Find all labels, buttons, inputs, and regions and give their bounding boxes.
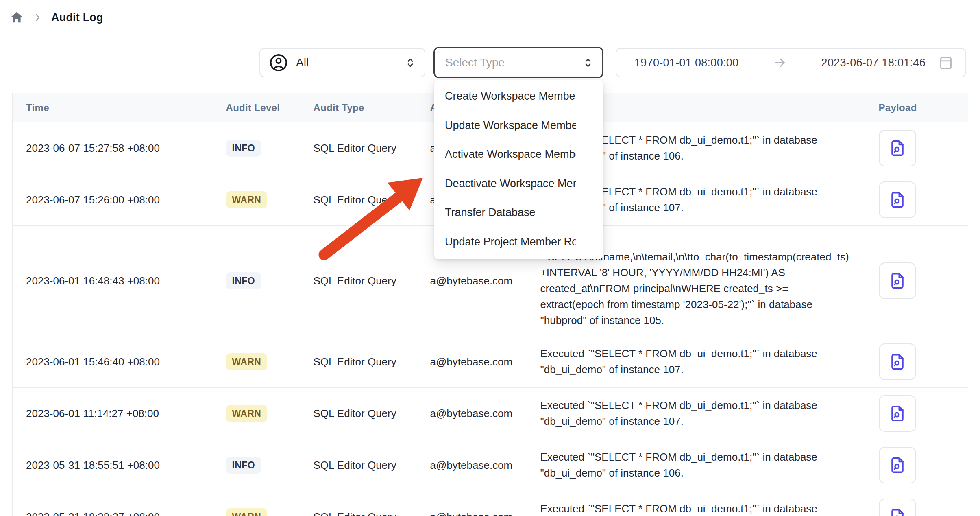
view-payload-button[interactable] xyxy=(879,499,916,516)
audit-level-badge: WARN xyxy=(226,191,268,208)
cell-payload xyxy=(854,336,968,388)
user-circle-icon xyxy=(269,53,288,72)
chevron-up-down-icon xyxy=(404,56,416,70)
dropdown-option-label: Create Workspace Member xyxy=(445,90,576,103)
date-range-end[interactable]: 2023-06-07 18:01:46 xyxy=(821,57,926,69)
actor-filter-value: All xyxy=(296,56,396,69)
cell-audit-type: SQL Editor Query xyxy=(314,174,430,226)
view-payload-button[interactable] xyxy=(879,343,916,380)
view-payload-button[interactable] xyxy=(879,181,916,218)
cell-audit-level: INFO xyxy=(225,439,314,491)
cell-audit-level: WARN xyxy=(225,388,314,439)
cell-audit-type: SQL Editor Query xyxy=(314,439,430,491)
payload-file-search-icon xyxy=(888,507,907,516)
view-payload-button[interactable] xyxy=(879,262,916,299)
dropdown-option[interactable]: Deactivate Workspace Member xyxy=(434,169,603,199)
dropdown-option[interactable]: Transfer Database xyxy=(434,198,603,227)
cell-payload xyxy=(854,174,968,226)
view-payload-button[interactable] xyxy=(879,395,916,432)
page-title: Audit Log xyxy=(51,11,103,24)
actor-filter-select[interactable]: All xyxy=(259,48,425,77)
dropdown-option[interactable]: Activate Workspace Member xyxy=(434,140,603,169)
cell-payload xyxy=(854,226,968,336)
cell-actor: a@bytebase.com xyxy=(430,388,540,439)
audit-level-badge: INFO xyxy=(226,457,261,474)
cell-audit-type: SQL Editor Query xyxy=(314,388,430,439)
date-range-start[interactable]: 1970-01-01 08:00:00 xyxy=(634,57,738,69)
calendar-icon xyxy=(938,55,954,71)
audit-level-badge: INFO xyxy=(226,140,261,157)
cell-time: 2023-06-01 16:48:43 +08:00 xyxy=(13,226,225,336)
table-row: 2023-06-01 15:46:40 +08:00WARNSQL Editor… xyxy=(13,336,968,388)
col-header-audit-level: Audit Level xyxy=(225,93,314,122)
cell-audit-type: SQL Editor Query xyxy=(314,122,430,174)
dropdown-option-label: Deactivate Workspace Member xyxy=(445,177,576,190)
audit-type-dropdown-menu: Create Workspace MemberUpdate Workspace … xyxy=(434,80,603,259)
dropdown-option-label: Update Workspace Member xyxy=(445,119,576,132)
audit-level-badge: WARN xyxy=(226,405,268,422)
cell-audit-level: INFO xyxy=(225,122,314,174)
col-header-audit-type: Audit Type xyxy=(314,93,430,122)
table-row: 2023-06-01 11:14:27 +08:00WARNSQL Editor… xyxy=(13,388,968,439)
dropdown-option-label: Activate Workspace Member xyxy=(445,148,576,161)
audit-level-badge: WARN xyxy=(226,508,268,516)
cell-audit-level: WARN xyxy=(225,491,314,516)
view-payload-button[interactable] xyxy=(879,447,916,483)
dropdown-option[interactable]: Create Workspace Member xyxy=(434,82,603,111)
date-range-picker[interactable]: 1970-01-01 08:00:00 2023-06-07 18:01:46 xyxy=(616,48,966,77)
breadcrumb-chevron-icon xyxy=(33,13,42,22)
payload-file-search-icon xyxy=(888,190,907,209)
cell-payload xyxy=(854,122,968,174)
cell-actor: a@bytebase.com xyxy=(430,439,540,491)
cell-actor: a@bytebase.com xyxy=(430,491,540,516)
cell-audit-type: SQL Editor Query xyxy=(314,491,430,516)
cell-audit-level: INFO xyxy=(225,226,314,336)
type-select-placeholder: Select Type xyxy=(445,56,582,69)
table-row: 2023-05-31 18:38:37 +08:00WARNSQL Editor… xyxy=(13,491,968,516)
dropdown-option[interactable]: Update Project Member Role xyxy=(434,227,603,257)
payload-file-search-icon xyxy=(888,271,907,290)
view-payload-button[interactable] xyxy=(879,130,916,166)
cell-time: 2023-06-07 15:26:00 +08:00 xyxy=(13,174,225,226)
payload-file-search-icon xyxy=(888,404,907,423)
breadcrumb: Audit Log xyxy=(10,11,103,24)
home-icon[interactable] xyxy=(10,11,24,24)
col-header-time: Time xyxy=(13,93,225,122)
payload-file-search-icon xyxy=(888,139,907,157)
payload-file-search-icon xyxy=(888,456,907,474)
table-row: 2023-05-31 18:55:51 +08:00INFOSQL Editor… xyxy=(13,439,968,491)
cell-payload xyxy=(854,491,968,516)
cell-time: 2023-06-07 15:27:58 +08:00 xyxy=(13,122,225,174)
audit-log-page: Audit Log All Select Type 1970-01-01 08:… xyxy=(0,0,980,516)
audit-type-filter-select[interactable]: Select Type xyxy=(433,47,603,78)
cell-comment: Executed `"SELECT * FROM db_ui_demo.t1;"… xyxy=(540,336,854,388)
cell-audit-level: WARN xyxy=(225,336,314,388)
payload-file-search-icon xyxy=(888,352,907,371)
audit-level-badge: WARN xyxy=(226,353,268,370)
dropdown-option[interactable]: Update Workspace Member xyxy=(434,111,603,140)
cell-time: 2023-06-01 11:14:27 +08:00 xyxy=(13,388,225,439)
cell-comment: Executed `"SELECT * FROM db_ui_demo.t1;"… xyxy=(540,491,854,516)
cell-payload xyxy=(854,439,968,491)
audit-level-badge: INFO xyxy=(226,272,261,289)
col-header-payload: Payload xyxy=(854,93,968,122)
cell-time: 2023-05-31 18:38:37 +08:00 xyxy=(13,491,225,516)
cell-audit-type: SQL Editor Query xyxy=(314,336,430,388)
cell-audit-type: SQL Editor Query xyxy=(314,226,430,336)
dropdown-option-label: Transfer Database xyxy=(445,206,576,219)
cell-comment: Executed `"SELECT * FROM db_ui_demo.t1;"… xyxy=(540,388,854,439)
cell-audit-level: WARN xyxy=(225,174,314,226)
arrow-right-icon xyxy=(772,55,788,70)
dropdown-option-label: Update Project Member Role xyxy=(445,236,576,248)
cell-time: 2023-06-01 15:46:40 +08:00 xyxy=(13,336,225,388)
chevron-up-down-icon xyxy=(582,56,594,70)
cell-comment: Executed `"SELECT * FROM db_ui_demo.t1;"… xyxy=(540,439,854,491)
cell-actor: a@bytebase.com xyxy=(430,336,540,388)
cell-time: 2023-05-31 18:55:51 +08:00 xyxy=(13,439,225,491)
cell-payload xyxy=(854,388,968,439)
